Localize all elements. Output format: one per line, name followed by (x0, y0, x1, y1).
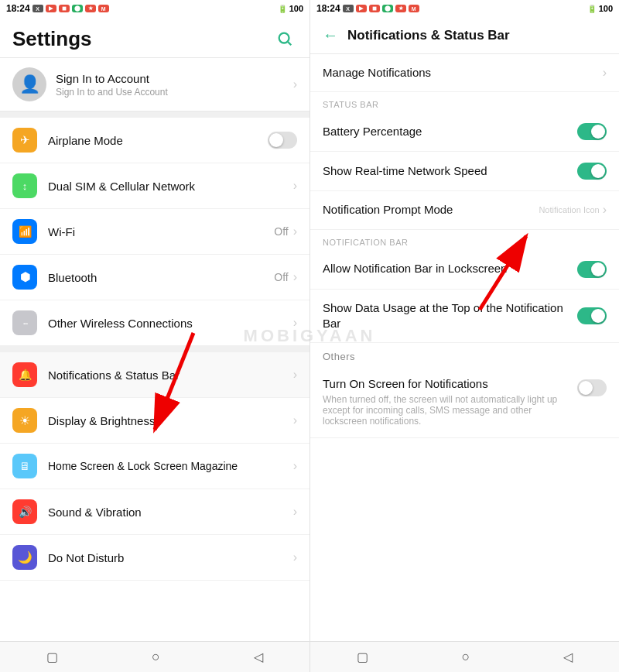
manage-notifications-item[interactable]: Manage Notifications › (310, 54, 619, 92)
turn-on-screen-knob (579, 381, 593, 395)
other-wireless-label: Other Wireless Connections (48, 317, 293, 330)
settings-item-notif-status[interactable]: 🔔 Notifications & Status Bar › (0, 352, 310, 398)
left-time: 18:24 (6, 3, 30, 14)
notif-status-icon: 🔔 (12, 362, 37, 387)
bluetooth-chevron: › (293, 270, 297, 284)
other-wireless-icon: ··· (12, 310, 37, 335)
right-battery-pct: 100 (599, 4, 613, 13)
avatar: 👤 (12, 67, 46, 101)
battery-percentage-toggle[interactable] (577, 123, 607, 140)
wifi-icon: 📶 (12, 219, 37, 244)
realtime-speed-label: Show Real-time Network Speed (323, 163, 577, 179)
bluetooth-icon: ⬢ (12, 265, 37, 290)
airplane-label: Airplane Mode (48, 134, 268, 147)
settings-item-other-wireless[interactable]: ··· Other Wireless Connections › (0, 300, 310, 346)
svg-point-0 (279, 33, 289, 43)
dual-sim-icon: ↕ (12, 173, 37, 198)
show-data-usage-toggle[interactable] (577, 307, 607, 324)
app-icon-3: ⬤ (72, 5, 83, 12)
sound-chevron: › (293, 505, 297, 519)
wifi-label: Wi-Fi (48, 225, 274, 238)
app-icon-4: ★ (85, 5, 96, 12)
right-status-left: 18:24 X ▶ ◼ ⬤ ★ M (316, 3, 419, 14)
nav-home-left[interactable]: ○ (152, 649, 160, 665)
sign-in-row[interactable]: 👤 Sign In to Account Sign In to and Use … (0, 58, 310, 111)
turn-on-screen-subtext: When turned off, the screen will not aut… (323, 394, 577, 427)
airplane-icon: ✈ (12, 128, 37, 153)
right-app-icon-4: ★ (395, 5, 406, 12)
allow-notif-lockscreen-label: Allow Notification Bar in Lockscreen (323, 261, 577, 276)
settings-item-airplane[interactable]: ✈ Airplane Mode (0, 118, 310, 163)
left-divider-top (0, 111, 310, 118)
settings-item-dual-sim[interactable]: ↕ Dual SIM & Cellular Network › (0, 163, 310, 209)
sound-icon: 🔊 (12, 499, 37, 524)
homescreen-icon: 🖥 (12, 454, 37, 478)
notif-prompt-item[interactable]: Notification Prompt Mode Notification Ic… (310, 191, 619, 229)
airplane-toggle[interactable] (268, 132, 297, 149)
app-icon-1: ▶ (46, 5, 56, 12)
app-icon-5: M (98, 5, 109, 12)
right-time: 18:24 (316, 3, 340, 14)
left-bottom-nav: ▢ ○ ◁ (0, 641, 310, 672)
nav-square-right[interactable]: ▢ (357, 650, 368, 664)
wifi-value: Off (274, 225, 288, 238)
allow-notif-lockscreen-knob (591, 262, 605, 276)
display-icon: ☀ (12, 408, 37, 433)
display-chevron: › (293, 413, 297, 427)
notif-status-chevron: › (293, 368, 297, 382)
left-divider-mid (0, 346, 310, 352)
settings-item-homescreen[interactable]: 🖥 Home Screen & Lock Screen Magazine › (0, 444, 310, 489)
sound-label: Sound & Vibration (48, 506, 293, 519)
right-app-icon-3: ⬤ (382, 5, 393, 12)
turn-on-screen-item[interactable]: Turn On Screen for Notifications When tu… (310, 365, 619, 438)
battery-percentage-item[interactable]: Battery Percentage (310, 112, 619, 152)
show-data-usage-item[interactable]: Show Data Usage at the Top of the Notifi… (310, 290, 619, 344)
dual-sim-label: Dual SIM & Cellular Network (48, 180, 293, 193)
left-status-bar: 18:24 X ▶ ◼ ⬤ ★ M 🔋 100 (0, 0, 310, 17)
settings-item-bluetooth[interactable]: ⬢ Bluetooth Off › (0, 255, 310, 300)
turn-on-screen-label: Turn On Screen for Notifications (323, 376, 577, 392)
settings-item-display[interactable]: ☀ Display & Brightness › (0, 398, 310, 444)
turn-on-screen-toggle[interactable] (577, 379, 607, 396)
allow-notif-lockscreen-item[interactable]: Allow Notification Bar in Lockscreen (310, 250, 619, 290)
right-panel: 18:24 X ▶ ◼ ⬤ ★ M 🔋 100 ← Notifications … (310, 0, 619, 672)
allow-notif-lockscreen-toggle[interactable] (577, 261, 607, 278)
section-label-notification-bar: NOTIFICATION BAR (310, 230, 619, 250)
left-battery-pct: 100 (289, 4, 303, 13)
display-label: Display & Brightness (48, 414, 293, 427)
manage-notifications-chevron: › (603, 66, 607, 80)
left-battery-icon: 🔋 (278, 5, 287, 13)
nav-back-left[interactable]: ◁ (254, 650, 263, 664)
back-button[interactable]: ← (323, 26, 338, 44)
battery-percentage-knob (591, 125, 605, 139)
settings-list: ✈ Airplane Mode ↕ Dual SIM & Cellular Ne… (0, 118, 310, 641)
app-icon-2: ◼ (59, 5, 70, 12)
nav-home-right[interactable]: ○ (462, 649, 470, 665)
realtime-speed-item[interactable]: Show Real-time Network Speed (310, 152, 619, 191)
notif-status-label: Notifications & Status Bar (48, 369, 293, 382)
settings-item-wifi[interactable]: 📶 Wi-Fi Off › (0, 209, 310, 255)
battery-percentage-label: Battery Percentage (323, 124, 577, 139)
settings-item-sound[interactable]: 🔊 Sound & Vibration › (0, 489, 310, 535)
sign-in-chevron: › (293, 77, 297, 91)
show-data-usage-knob (591, 309, 605, 323)
svg-line-1 (288, 42, 291, 45)
settings-item-dnd[interactable]: 🌙 Do Not Disturb › (0, 535, 310, 581)
realtime-speed-knob (591, 164, 605, 178)
sign-in-text-block: Sign In to Account Sign In to and Use Ac… (56, 72, 168, 98)
homescreen-chevron: › (293, 459, 297, 473)
realtime-speed-toggle[interactable] (577, 163, 607, 180)
sign-in-subtitle: Sign In to and Use Account (56, 87, 168, 98)
right-header: ← Notifications & Status Bar (310, 17, 619, 54)
turn-on-screen-text-block: Turn On Screen for Notifications When tu… (323, 376, 577, 427)
dual-sim-chevron: › (293, 179, 297, 193)
sign-in-title: Sign In to Account (56, 72, 168, 85)
bluetooth-label: Bluetooth (48, 271, 274, 284)
right-list: Manage Notifications › STATUS BAR Batter… (310, 54, 619, 641)
nav-square-left[interactable]: ▢ (46, 650, 58, 664)
person-icon: 👤 (19, 74, 40, 94)
search-button[interactable] (272, 26, 297, 51)
airplane-toggle-knob (269, 133, 283, 147)
left-status-left: 18:24 X ▶ ◼ ⬤ ★ M (6, 3, 109, 14)
nav-back-right[interactable]: ◁ (563, 650, 573, 664)
